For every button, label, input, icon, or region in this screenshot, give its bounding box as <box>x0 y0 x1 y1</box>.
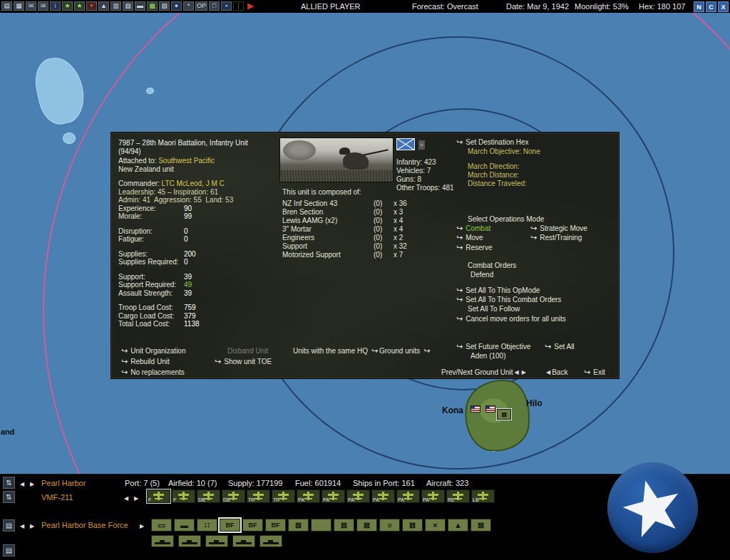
graph-icon[interactable]: ▨ <box>123 1 133 11</box>
aircraft-group-icon[interactable]: DB <box>222 489 245 503</box>
aircraft-group-icon[interactable]: TR <box>247 489 270 503</box>
us-flag-marker[interactable] <box>471 405 480 413</box>
ship-icon[interactable] <box>259 535 282 547</box>
mode-arrow-icon[interactable] <box>530 234 537 242</box>
ground-unit-icon[interactable] <box>311 519 331 532</box>
ground-unit-icon[interactable]: BF <box>265 519 286 532</box>
ground-unit-icon[interactable]: ⊠ <box>402 519 423 532</box>
us-flag-marker[interactable] <box>485 405 495 413</box>
ship-icon[interactable] <box>205 535 228 547</box>
back-button[interactable]: Back <box>552 368 567 376</box>
industry-icon[interactable]: ▩ <box>147 1 158 11</box>
globe-icon[interactable]: ● <box>171 1 182 11</box>
combat-report-icon[interactable]: C <box>706 1 716 12</box>
ground-unit-icon[interactable]: ∷ <box>197 519 217 532</box>
set-all-combat-orders-button[interactable]: Set All To This Combat Orders <box>466 296 561 304</box>
action-arrow-icon[interactable] <box>121 347 128 356</box>
mail-icon[interactable]: ✉ <box>26 1 36 11</box>
save-game-icon[interactable]: ▤ <box>1 1 12 11</box>
set-all-opmode-button[interactable]: Set All To This OpMode <box>466 286 540 294</box>
selected-ground-unit-counter[interactable]: ⊠ <box>497 409 511 420</box>
air-toggle-icon[interactable]: ⇅ <box>3 491 15 503</box>
air-group-link[interactable]: VMF-211 <box>41 493 73 502</box>
ground-unit-icon[interactable]: ▬ <box>174 519 195 532</box>
ground-unit-icon[interactable]: ▲ <box>448 519 468 532</box>
ground-unit-icon[interactable]: BF <box>220 519 240 532</box>
calendar-icon[interactable]: ▦ <box>14 1 24 11</box>
action-arrow-icon[interactable] <box>456 296 463 304</box>
next-ground-unit-icon[interactable] <box>30 523 34 529</box>
aircraft-group-icon[interactable]: F <box>172 489 195 503</box>
mode-arrow-icon[interactable] <box>456 234 463 242</box>
action-arrow-icon[interactable] <box>456 138 463 147</box>
infantry-unit-icon[interactable] <box>396 138 415 152</box>
aircraft-group-icon[interactable]: LB <box>471 489 495 503</box>
attached-hq-link[interactable]: Southwest Pacific <box>158 157 215 165</box>
ship-icon[interactable] <box>178 535 201 547</box>
ship-toggle-icon[interactable]: ▤ <box>3 544 15 556</box>
exit-icon[interactable]: X <box>718 1 729 12</box>
unit-organization-button[interactable]: Unit Organization <box>130 347 185 355</box>
cancel-move-orders-button[interactable]: Cancel move orders for all units <box>466 315 566 323</box>
next-air-group-icon[interactable] <box>134 495 138 502</box>
show-unit-toe-button[interactable]: Show unit TOE <box>224 358 272 365</box>
ground-unit-icon[interactable]: ≡ <box>379 519 400 532</box>
aircraft-group-icon[interactable]: PA <box>421 489 445 503</box>
ground-unit-icon[interactable]: ▭ <box>151 519 172 532</box>
aircraft-group-icon[interactable]: RE <box>446 489 470 503</box>
objectives-icon[interactable]: ★ <box>62 1 73 11</box>
aircraft-group-icon[interactable]: PA <box>346 489 370 503</box>
action-arrow-icon[interactable] <box>584 368 590 377</box>
ground-units-button[interactable]: Ground units <box>379 347 420 355</box>
ground-unit-icon[interactable]: × <box>425 519 446 532</box>
aircraft-group-icon[interactable]: PA <box>322 489 345 503</box>
prev-base-icon[interactable] <box>20 481 24 487</box>
mode-arrow-icon[interactable] <box>456 244 463 252</box>
action-arrow-icon[interactable] <box>545 343 551 351</box>
report-icon[interactable]: ✉ <box>38 1 48 11</box>
divider-icon[interactable]: | <box>233 1 244 11</box>
ship-icon[interactable] <box>232 535 255 547</box>
flag-icon[interactable]: ▲ <box>98 1 109 11</box>
aircraft-group-icon[interactable]: PA <box>297 489 320 503</box>
end-turn-icon[interactable]: ▶ <box>245 1 256 11</box>
notes-icon[interactable]: N <box>694 1 704 12</box>
action-arrow-icon[interactable] <box>456 286 463 295</box>
ground-unit-icon[interactable]: ⊠ <box>356 519 377 532</box>
base-name-link[interactable]: Pearl Harbor <box>41 479 86 487</box>
action-arrow-icon[interactable] <box>423 347 430 356</box>
victory-icon[interactable]: ★ <box>74 1 85 11</box>
aircraft-group-icon[interactable]: PA <box>396 489 420 503</box>
commander-link[interactable]: LTC McLeod, J M C <box>162 180 225 187</box>
action-arrow-icon[interactable] <box>371 347 378 356</box>
action-arrow-icon[interactable] <box>456 315 463 323</box>
combat-orders-value[interactable]: Defend <box>471 271 493 279</box>
chart-icon[interactable]: ▥ <box>110 1 121 11</box>
mode-reserve-button[interactable]: Reserve <box>466 244 492 252</box>
settings-icon[interactable]: * <box>183 1 194 11</box>
set-destination-button[interactable]: Set Destination Hex <box>466 138 528 146</box>
prev-air-group-icon[interactable] <box>124 495 128 502</box>
losses-icon[interactable]: + <box>86 1 97 11</box>
ground-unit-icon[interactable]: ⊠ <box>471 519 491 532</box>
no-replacements-button[interactable]: No replacements <box>130 368 185 376</box>
folder-icon[interactable]: ▬ <box>135 1 145 11</box>
ground-unit-link[interactable]: Pearl Harbor Base Force <box>41 521 128 529</box>
disk-icon[interactable]: ▪ <box>221 1 232 11</box>
action-arrow-icon[interactable] <box>456 343 463 351</box>
terrain-icon[interactable]: ▧ <box>159 1 170 11</box>
ground-unit-icon[interactable]: BF <box>242 519 263 532</box>
info-icon[interactable]: i <box>50 1 61 11</box>
mode-rest-training-button[interactable]: Rest/Training <box>540 234 582 242</box>
ops-report-icon[interactable]: OP <box>195 1 207 11</box>
next-unit-icon[interactable] <box>522 368 526 377</box>
set-all-objective-button[interactable]: Set All <box>554 343 574 351</box>
prev-ground-unit-icon[interactable] <box>20 523 24 529</box>
aircraft-group-icon[interactable]: DB <box>197 489 220 503</box>
action-arrow-icon[interactable] <box>121 358 128 366</box>
aircraft-group-icon[interactable]: F <box>147 489 170 503</box>
action-arrow-icon[interactable] <box>121 368 128 377</box>
base-toggle-icon[interactable]: ⇅ <box>3 477 15 489</box>
action-arrow-icon[interactable] <box>215 358 221 366</box>
units-same-hq-button[interactable]: Units with the same HQ <box>293 347 368 355</box>
